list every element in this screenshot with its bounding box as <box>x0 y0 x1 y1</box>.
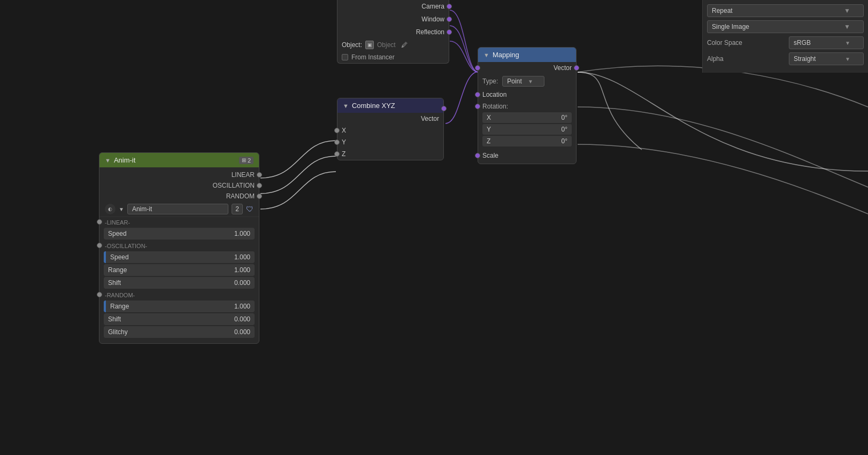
texture-node: Camera Window Reflection Object: ▣ Objec… <box>337 0 449 64</box>
combine-xyz-node: ▼ Combine XYZ Vector X Y Z <box>337 98 444 160</box>
single-image-dropdown[interactable]: Single Image ▼ <box>707 20 864 33</box>
reflection-row: Reflection <box>337 26 449 38</box>
linear-socket-row: LINEAR <box>99 169 259 180</box>
mapping-location-socket[interactable] <box>475 92 480 97</box>
linear-section-socket[interactable] <box>97 219 102 225</box>
from-instancer-label: From Instancer <box>351 53 395 61</box>
mapping-collapse-icon[interactable]: ▼ <box>483 52 489 58</box>
linear-speed-field[interactable]: Speed 1.000 <box>104 228 255 240</box>
combine-y-socket[interactable] <box>334 140 340 145</box>
random-out-socket[interactable] <box>257 194 262 199</box>
mapping-type-row: Type: Point ▼ <box>478 74 576 89</box>
linear-speed-label: Speed <box>104 228 230 240</box>
combine-vector-label: Vector <box>421 115 439 122</box>
anim-badge-num: 2 <box>248 157 251 164</box>
repeat-dropdown[interactable]: Repeat ▼ <box>707 4 864 17</box>
random-socket-row: RANDOM <box>99 191 259 202</box>
combine-xyz-title: Combine XYZ <box>352 102 395 110</box>
camera-label: Camera <box>421 3 444 10</box>
anim-subheader-arrow[interactable]: ▼ <box>119 206 124 212</box>
rotation-socket[interactable] <box>475 104 480 109</box>
color-space-value: sRGB <box>794 39 811 47</box>
object-field: Object: ▣ Object 🖉 <box>337 38 449 51</box>
shield-icon[interactable]: 🛡 <box>246 205 254 213</box>
mapping-vector-in-socket[interactable] <box>475 65 480 71</box>
combine-collapse-icon[interactable]: ▼ <box>343 103 349 109</box>
combine-y-row: Y <box>337 136 443 148</box>
oscillation-shift-row: Shift 0.000 <box>104 277 255 289</box>
random-shift-row: Shift 0.000 <box>104 313 255 325</box>
linear-speed-value: 1.000 <box>230 228 255 240</box>
combine-x-socket[interactable] <box>334 128 340 133</box>
linear-out-socket[interactable] <box>257 172 262 178</box>
eyedropper-icon[interactable]: 🖉 <box>401 41 408 49</box>
object-placeholder[interactable]: Object <box>377 41 396 49</box>
anim-it-header-left: ▼ Anim-it <box>105 156 135 164</box>
random-label: RANDOM <box>226 192 255 200</box>
from-instancer-checkbox[interactable] <box>342 54 348 60</box>
alpha-row: Alpha Straight ▼ <box>707 52 864 65</box>
mapping-vector-out-socket[interactable] <box>574 65 579 71</box>
oscillation-range-field[interactable]: Range 1.000 <box>104 264 255 276</box>
oscillation-shift-value: 0.000 <box>230 277 255 289</box>
anim-it-badge: ⊞ 2 <box>239 157 254 164</box>
anim-subheader-dropdown[interactable]: Anim-it <box>127 204 228 214</box>
random-shift-field[interactable]: Shift 0.000 <box>104 313 255 325</box>
alpha-dropdown[interactable]: Straight ▼ <box>789 52 864 65</box>
rotation-z-field[interactable]: Z 0° <box>482 136 572 146</box>
color-space-label: Color Space <box>707 39 742 47</box>
oscillation-section-socket[interactable] <box>97 243 102 248</box>
color-space-row: Color Space sRGB ▼ <box>707 36 864 49</box>
window-label: Window <box>421 16 444 23</box>
window-socket[interactable] <box>447 17 452 22</box>
random-range-row: Range 1.000 <box>104 300 255 312</box>
alpha-label: Alpha <box>707 55 724 63</box>
oscillation-shift-field[interactable]: Shift 0.000 <box>104 277 255 289</box>
mapping-vector-in-row: Vector <box>478 62 576 74</box>
combine-x-label: X <box>342 127 346 134</box>
combine-vector-out-socket[interactable] <box>441 106 447 111</box>
anim-subheader-num[interactable]: 2 <box>232 204 243 214</box>
rotation-x-field[interactable]: X 0° <box>482 112 572 123</box>
linear-section-label: -LINEAR- <box>105 219 130 226</box>
oscillation-range-row: Range 1.000 <box>104 264 255 276</box>
rotation-y-field[interactable]: Y 0° <box>482 124 572 135</box>
linear-speed-row: Speed 1.000 <box>104 228 255 240</box>
random-section-label: -RANDOM- <box>105 292 135 298</box>
anim-it-node: ▼ Anim-it ⊞ 2 LINEAR OSCILLATION RANDOM … <box>99 152 259 344</box>
combine-z-socket[interactable] <box>334 151 340 157</box>
reflection-socket[interactable] <box>447 29 452 35</box>
color-space-dropdown[interactable]: sRGB ▼ <box>789 36 864 49</box>
random-section-socket[interactable] <box>97 292 102 297</box>
oscillation-range-label: Range <box>104 264 230 276</box>
oscillation-out-socket[interactable] <box>257 183 262 188</box>
oscillation-speed-field[interactable]: Speed 1.000 <box>104 251 255 263</box>
oscillation-speed-row: Speed 1.000 <box>104 251 255 263</box>
random-section: -RANDOM- <box>99 290 259 299</box>
anim-it-header: ▼ Anim-it ⊞ 2 <box>99 153 259 167</box>
anim-collapse-icon[interactable]: ▼ <box>105 157 111 164</box>
combine-xyz-header: ▼ Combine XYZ <box>337 98 443 113</box>
oscillation-section-label: -OSCILLATION- <box>105 243 147 249</box>
oscillation-section: -OSCILLATION- <box>99 241 259 250</box>
rotation-x-value: 0° <box>562 114 567 121</box>
random-range-field[interactable]: Range 1.000 <box>104 300 255 312</box>
camera-socket[interactable] <box>447 4 452 9</box>
object-icon: ▣ <box>365 41 374 49</box>
combine-z-row: Z <box>337 148 443 160</box>
random-range-value: 1.000 <box>230 300 255 312</box>
alpha-value: Straight <box>794 55 816 63</box>
oscillation-shift-label: Shift <box>104 277 230 289</box>
rotation-z-axis: Z <box>487 137 490 145</box>
random-glitchy-field[interactable]: Glitchy 0.000 <box>104 326 255 338</box>
repeat-label: Repeat <box>712 7 733 14</box>
mapping-scale-socket[interactable] <box>475 153 480 158</box>
single-image-label: Single Image <box>712 23 749 30</box>
mapping-type-dropdown[interactable]: Point ▼ <box>502 76 544 87</box>
oscillation-speed-value: 1.000 <box>230 251 255 263</box>
combine-z-label: Z <box>342 150 345 158</box>
window-row: Window <box>337 13 449 26</box>
mapping-location-label: Location <box>482 91 506 98</box>
random-glitchy-row: Glitchy 0.000 <box>104 326 255 338</box>
oscillation-label: OSCILLATION <box>213 182 255 189</box>
